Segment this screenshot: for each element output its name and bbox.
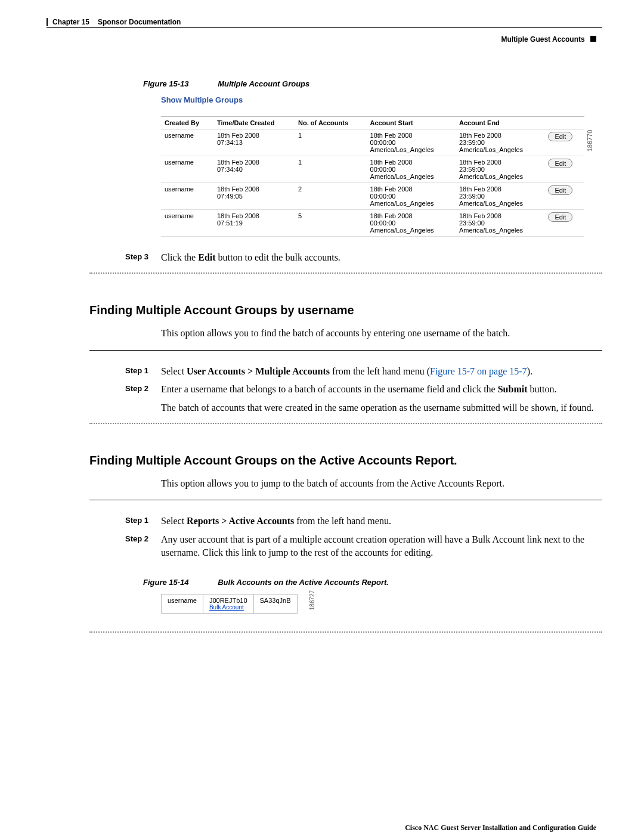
table-cell: 18th Feb 2008 23:59:00 America/Los_Angel… [456, 210, 544, 237]
step3-post: button to edit the bulk accounts. [216, 252, 340, 262]
table-cell: Edit [544, 210, 584, 237]
table-header: Account Start [367, 117, 456, 129]
table-header: Time/Date Created [213, 117, 295, 129]
section-label: Multiple Guest Accounts [501, 35, 584, 44]
table-cell: 2 [295, 183, 366, 210]
section-username-title: Finding Multiple Account Groups by usern… [89, 304, 602, 317]
table-cell: Edit [544, 183, 584, 210]
step3-bold: Edit [198, 252, 215, 262]
fig14-code-cell: SA33qJnB [253, 594, 297, 613]
step-3-label: Step 3 [125, 251, 161, 264]
table-cell: Edit [544, 156, 584, 183]
table-cell: username [161, 183, 213, 210]
s1-step1-body: Select User Accounts > Multiple Accounts… [161, 365, 602, 378]
fig14-username-cell: username [162, 594, 203, 613]
figure-13-content: Show Multiple Groups Created ByTime/Date… [161, 95, 584, 237]
s1-step2-label: Step 2 [125, 383, 161, 414]
groups-table: Created ByTime/Date CreatedNo. of Accoun… [161, 116, 584, 237]
text: J00REJTb10 [209, 597, 247, 604]
text: from the left hand menu. [294, 516, 391, 526]
s2-step2-body: Any user account that is part of a multi… [161, 533, 602, 560]
bulk-accounts-table: username J00REJTb10 Bulk Account SA33qJn… [161, 594, 320, 614]
text: Submit [498, 384, 528, 394]
table-header: Account End [456, 117, 544, 129]
table-cell: 18th Feb 2008 00:00:00 America/Los_Angel… [367, 210, 456, 237]
s1-step1-label: Step 1 [125, 365, 161, 378]
edit-button[interactable]: Edit [548, 212, 572, 222]
edit-button[interactable]: Edit [548, 132, 572, 141]
figure-13-label: Figure 15-13 [143, 79, 189, 88]
s2-step1-label: Step 1 [125, 515, 161, 528]
table-cell: 5 [295, 210, 366, 237]
step3-pre: Click the [161, 252, 198, 262]
table-cell: 18th Feb 2008 23:59:00 America/Los_Angel… [456, 183, 544, 210]
table-cell: 18th Feb 2008 00:00:00 America/Los_Angel… [367, 183, 456, 210]
s2-step2-label: Step 2 [125, 533, 161, 560]
table-row: username18th Feb 2008 07:34:13118th Feb … [161, 129, 584, 156]
figure-14-refnum: 186727 [309, 590, 315, 610]
s1-step2-body: Enter a username that belongs to a batch… [161, 383, 602, 414]
text: Enter a username that belongs to a batch… [161, 384, 498, 394]
show-multiple-groups-heading: Show Multiple Groups [161, 95, 584, 104]
figure-13-refnum: 186770 [587, 130, 594, 152]
text: from the left hand menu ( [330, 366, 430, 376]
table-cell: 18th Feb 2008 23:59:00 America/Los_Angel… [456, 156, 544, 183]
figure-14-title: Bulk Accounts on the Active Accounts Rep… [218, 578, 389, 587]
table-cell: 1 [295, 156, 366, 183]
figure-14-label: Figure 15-14 [143, 578, 189, 587]
fig14-account-cell: J00REJTb10 Bulk Account [203, 594, 253, 613]
divider [89, 500, 602, 500]
text: The batch of accounts that were created … [161, 401, 602, 414]
figure-14-content: username J00REJTb10 Bulk Account SA33qJn… [161, 594, 602, 614]
table-cell: 18th Feb 2008 00:00:00 America/Los_Angel… [367, 156, 456, 183]
table-row: username18th Feb 2008 07:51:19518th Feb … [161, 210, 584, 237]
table-row: username18th Feb 2008 07:34:40118th Feb … [161, 156, 584, 183]
step-3-body: Click the Edit button to edit the bulk a… [161, 251, 602, 264]
table-cell: username [161, 156, 213, 183]
figure-13-caption: Figure 15-13 Multiple Account Groups [143, 79, 602, 88]
table-cell: 18th Feb 2008 23:59:00 America/Los_Angel… [456, 129, 544, 156]
chapter-title: Sponsor Documentation [98, 18, 181, 26]
divider [89, 272, 602, 274]
s2-step1-row: Step 1 Select Reports > Active Accounts … [125, 515, 602, 528]
page-footer: Cisco NAC Guest Server Installation and … [42, 823, 602, 833]
section-active-report-intro: This option allows you to jump to the ba… [161, 477, 602, 490]
page-header: Chapter 15 Sponsor Documentation [47, 18, 602, 28]
divider [89, 631, 602, 633]
text: ). [527, 366, 532, 376]
table-row: username18th Feb 2008 07:49:05218th Feb … [161, 183, 584, 210]
text: Reports > Active Accounts [187, 516, 294, 526]
figure-15-7-link[interactable]: Figure 15-7 on page 15-7 [430, 366, 527, 376]
footer-book-title: Cisco NAC Guest Server Installation and … [47, 823, 602, 832]
table-header: Created By [161, 117, 213, 129]
edit-button[interactable]: Edit [548, 159, 572, 168]
section-label-row: Multiple Guest Accounts [42, 35, 596, 44]
header-marker-icon [590, 36, 596, 42]
s1-step2-row: Step 2 Enter a username that belongs to … [125, 383, 602, 414]
table-cell: username [161, 210, 213, 237]
table-cell: 18th Feb 2008 07:34:13 [213, 129, 295, 156]
chapter-label: Chapter 15 [52, 18, 89, 26]
text: Select [161, 516, 187, 526]
bulk-account-link[interactable]: Bulk Account [209, 604, 247, 611]
table-cell: 18th Feb 2008 00:00:00 America/Los_Angel… [367, 129, 456, 156]
section-active-report-title: Finding Multiple Account Groups on the A… [89, 454, 602, 467]
table-header [544, 117, 584, 129]
table-cell: 18th Feb 2008 07:49:05 [213, 183, 295, 210]
text: button. [527, 384, 556, 394]
s2-step1-body: Select Reports > Active Accounts from th… [161, 515, 602, 528]
divider [89, 423, 602, 424]
table-cell: Edit [544, 129, 584, 156]
table-cell: username [161, 129, 213, 156]
s1-step1-row: Step 1 Select User Accounts > Multiple A… [125, 365, 602, 378]
table-header: No. of Accounts [295, 117, 366, 129]
text: User Accounts > Multiple Accounts [187, 366, 330, 376]
edit-button[interactable]: Edit [548, 185, 572, 195]
step-3-row: Step 3 Click the Edit button to edit the… [125, 251, 602, 264]
figure-13-title: Multiple Account Groups [218, 79, 309, 88]
s2-step2-row: Step 2 Any user account that is part of … [125, 533, 602, 560]
table-cell: 18th Feb 2008 07:51:19 [213, 210, 295, 237]
text: Select [161, 366, 187, 376]
section-username-intro: This option allows you to find the batch… [161, 327, 602, 340]
divider [89, 350, 602, 351]
